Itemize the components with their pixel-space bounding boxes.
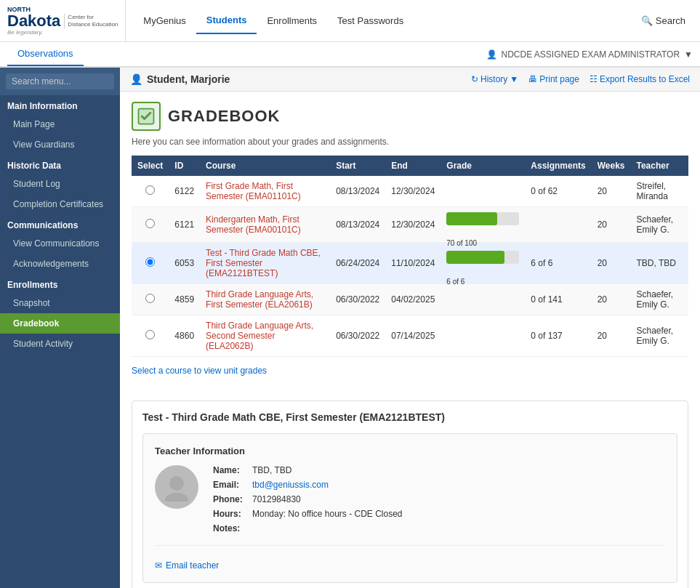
course-select-radio[interactable] (145, 219, 155, 228)
row-grade (440, 284, 525, 315)
teacher-name: TBD, TBD (252, 465, 291, 475)
col-assignments: Assignments (525, 156, 591, 176)
course-detail-title: Test - Third Grade Math CBE, First Semes… (142, 411, 677, 423)
row-teacher: Schaefer, Emily G. (630, 315, 688, 357)
row-teacher: Streifel, Miranda (630, 176, 688, 207)
row-weeks: 20 (592, 315, 631, 357)
sidebar-item-snapshot[interactable]: Snapshot (0, 293, 120, 313)
search-button[interactable]: 🔍 Search (634, 11, 693, 31)
teacher-notes-row: Notes: (213, 523, 665, 533)
search-menu-input[interactable] (6, 73, 114, 89)
print-button[interactable]: 🖶 Print page (528, 74, 579, 84)
gradebook-content: GRADEBOOK Here you can see information a… (120, 92, 700, 386)
sidebar-item-completion-certificates[interactable]: Completion Certificates (0, 194, 120, 214)
table-row: 6121Kindergarten Math, First Semester (E… (132, 207, 688, 243)
sidebar-section-historic-data: Historic Data (0, 155, 120, 174)
nav-mygenius[interactable]: MyGenius (133, 8, 196, 33)
col-id: ID (169, 156, 200, 176)
course-link[interactable]: Test - Third Grade Math CBE, First Semes… (206, 248, 321, 278)
course-select-radio[interactable] (145, 185, 155, 195)
row-start: 08/13/2024 (330, 207, 385, 243)
search-icon: 🔍 (641, 15, 653, 26)
row-weeks: 20 (592, 176, 631, 207)
nav-students[interactable]: Students (196, 7, 257, 34)
row-id: 4859 (169, 284, 200, 315)
sidebar-item-acknowledgements[interactable]: Acknowledgements (0, 254, 120, 274)
row-course: Kindergarten Math, First Semester (EMA00… (200, 207, 330, 243)
table-row: 6053Test - Third Grade Math CBE, First S… (132, 243, 688, 284)
select-course-link[interactable]: Select a course to view unit grades (132, 366, 267, 376)
teacher-email-row: Email: tbd@geniussis.com (213, 480, 665, 490)
row-assignments: 0 of 141 (525, 284, 591, 315)
course-select-radio[interactable] (145, 257, 155, 267)
course-link[interactable]: Third Grade Language Arts, Second Semest… (206, 321, 313, 351)
gradebook-icon (132, 102, 161, 131)
sub-nav: Observations 👤 NDCDE ASSIGNED EXAM ADMIN… (0, 42, 700, 68)
nav-test-passwords[interactable]: Test Passwords (327, 8, 414, 33)
row-select-cell (132, 207, 169, 243)
sub-nav-left: Observations (7, 42, 84, 66)
row-teacher: Schaefer, Emily G. (630, 284, 688, 315)
teacher-info-body: Name: TBD, TBD Email: tbd@geniussis.com … (155, 465, 665, 538)
course-link[interactable]: First Grade Math, First Semester (EMA011… (206, 181, 301, 201)
nav-enrollments[interactable]: Enrollments (257, 8, 327, 33)
sidebar-item-student-log[interactable]: Student Log (0, 174, 120, 194)
sidebar-section-communications: Communications (0, 214, 120, 233)
sidebar-section-enrollments: Enrollments (0, 274, 120, 293)
row-id: 6053 (169, 243, 200, 284)
course-link[interactable]: Third Grade Language Arts, First Semeste… (206, 289, 313, 310)
col-weeks: Weeks (592, 156, 631, 176)
row-end: 07/14/2025 (385, 315, 440, 357)
row-id: 6122 (169, 176, 200, 207)
export-icon: ☷ (590, 74, 598, 84)
teacher-details: Name: TBD, TBD Email: tbd@geniussis.com … (213, 465, 665, 538)
main-nav: MyGenius Students Enrollments Test Passw… (133, 7, 414, 34)
row-end: 11/10/2024 (385, 243, 440, 284)
sidebar-item-view-guardians[interactable]: View Guardians (0, 134, 120, 155)
row-teacher: Schaefer, Emily G. (630, 207, 688, 243)
col-course: Course (200, 156, 330, 176)
history-button[interactable]: ↻ History ▼ (471, 74, 518, 84)
row-course: Third Grade Language Arts, Second Semest… (200, 315, 330, 357)
history-icon: ↻ (471, 74, 478, 84)
teacher-info-header: Teacher Information (155, 446, 665, 456)
gradebook-subtitle: Here you can see information about your … (132, 137, 688, 147)
student-header: 👤 Student, Marjorie ↻ History ▼ 🖶 Print … (120, 68, 700, 92)
student-icon: 👤 (130, 73, 142, 85)
row-course: Third Grade Language Arts, First Semeste… (200, 284, 330, 315)
row-course: Test - Third Grade Math CBE, First Semes… (200, 243, 330, 284)
row-select-cell (132, 284, 169, 315)
nav-right: 🔍 Search (634, 11, 693, 31)
teacher-phone-row: Phone: 7012984830 (213, 494, 665, 504)
email-teacher-link[interactable]: ✉ Email teacher (155, 560, 665, 571)
course-select-radio[interactable] (145, 330, 155, 339)
row-start: 08/13/2024 (330, 176, 385, 207)
table-row: 6122First Grade Math, First Semester (EM… (132, 176, 688, 207)
teacher-avatar (155, 465, 198, 509)
nav-observations[interactable]: Observations (7, 42, 84, 66)
row-assignments: 0 of 62 (525, 176, 591, 207)
row-start: 06/24/2024 (330, 243, 385, 284)
row-course: First Grade Math, First Semester (EMA011… (200, 176, 330, 207)
teacher-hours-row: Hours: Monday: No office hours - CDE Clo… (213, 509, 665, 519)
table-row: 4860Third Grade Language Arts, Second Se… (132, 315, 688, 357)
row-end: 12/30/2024 (385, 207, 440, 243)
sidebar-item-view-communications[interactable]: View Communications (0, 233, 120, 254)
student-name: 👤 Student, Marjorie (130, 73, 230, 85)
user-dropdown-icon[interactable]: ▼ (684, 49, 693, 60)
row-teacher: TBD, TBD (630, 243, 688, 284)
table-row: 4859Third Grade Language Arts, First Sem… (132, 284, 688, 315)
export-button[interactable]: ☷ Export Results to Excel (590, 74, 690, 84)
row-id: 4860 (169, 315, 200, 357)
course-detail: Test - Third Grade Math CBE, First Semes… (132, 400, 688, 588)
sidebar-item-student-activity[interactable]: Student Activity (0, 334, 120, 354)
row-select-cell (132, 243, 169, 284)
teacher-phone: 7012984830 (252, 494, 301, 504)
sidebar-item-main-page[interactable]: Main Page (0, 114, 120, 134)
print-icon: 🖶 (528, 74, 537, 84)
sidebar-item-gradebook[interactable]: Gradebook (0, 313, 120, 334)
course-select-radio[interactable] (145, 294, 155, 303)
course-link[interactable]: Kindergarten Math, First Semester (EMA00… (206, 214, 301, 235)
row-weeks: 20 (592, 207, 631, 243)
row-start: 06/30/2022 (330, 284, 385, 315)
